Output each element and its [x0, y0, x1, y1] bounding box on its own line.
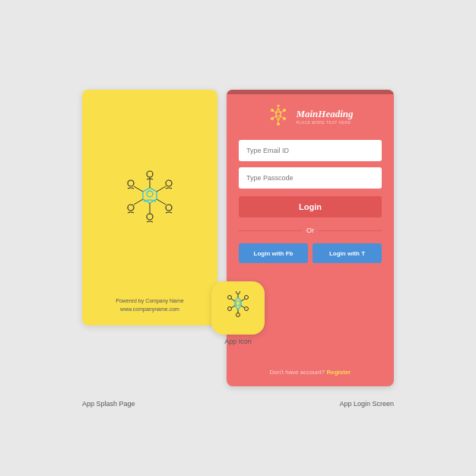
network-icon [116, 167, 184, 235]
no-account-text: Don't have account? [270, 369, 325, 376]
svg-line-20 [273, 116, 276, 118]
svg-point-22 [277, 105, 280, 106]
svg-point-41 [228, 296, 232, 300]
svg-line-6 [134, 199, 143, 205]
login-label: App Login Screen [339, 400, 394, 408]
splash-icon-area [116, 105, 184, 297]
svg-point-23 [283, 109, 286, 112]
login-fb-button[interactable]: Login with Fb [239, 243, 308, 263]
svg-point-13 [128, 180, 134, 186]
company-url: www.companyname.com [116, 305, 184, 313]
splash-page: Powered by Company Name www.companyname.… [82, 90, 217, 325]
or-divider: Or [239, 227, 382, 234]
passcode-input[interactable] [239, 167, 382, 189]
svg-point-36 [236, 291, 240, 294]
powered-by-text: Powered by Company Name [116, 297, 184, 305]
svg-point-40 [228, 307, 232, 311]
svg-point-29 [236, 301, 240, 306]
svg-point-25 [277, 122, 280, 125]
svg-point-39 [236, 313, 240, 317]
svg-line-34 [231, 306, 235, 308]
svg-line-17 [281, 111, 284, 113]
svg-line-31 [241, 299, 245, 301]
svg-point-38 [245, 307, 249, 311]
svg-point-26 [271, 117, 274, 120]
app-subtitle: PLACE MORE TEXT HERE [296, 120, 353, 125]
login-footer: Don't have account? Register [270, 361, 351, 386]
svg-point-15 [276, 112, 281, 116]
splash-footer: Powered by Company Name www.companyname.… [116, 297, 184, 313]
app-icon-label: App Icon [224, 338, 252, 345]
svg-point-37 [245, 296, 249, 300]
svg-line-4 [157, 199, 166, 205]
app-icon-wrapper: App Icon [211, 281, 265, 345]
svg-point-24 [283, 117, 286, 120]
svg-point-12 [128, 205, 134, 211]
svg-point-11 [147, 214, 153, 220]
bottom-labels: App Splash Page App Login Screen [67, 400, 409, 408]
svg-point-1 [147, 191, 153, 197]
svg-point-10 [166, 205, 172, 211]
svg-line-18 [281, 116, 284, 118]
or-line-left [239, 230, 302, 231]
app-main-heading: MainHeading [296, 108, 353, 120]
svg-line-3 [157, 186, 166, 192]
header-logo-icon [267, 105, 290, 128]
or-line-right [319, 230, 382, 231]
svg-line-21 [273, 111, 276, 113]
splash-label: App Splash Page [82, 400, 135, 408]
app-icon-network [221, 291, 255, 325]
svg-point-27 [271, 109, 274, 112]
register-link[interactable]: Register [326, 369, 351, 376]
header-text-block: MainHeading PLACE MORE TEXT HERE [296, 108, 353, 125]
or-text: Or [306, 227, 314, 234]
svg-line-35 [231, 299, 235, 301]
svg-point-8 [147, 171, 153, 177]
svg-line-32 [241, 306, 245, 308]
svg-marker-14 [276, 109, 281, 120]
svg-point-9 [166, 180, 172, 186]
login-twitter-button[interactable]: Login with T [313, 243, 382, 263]
email-input[interactable] [239, 140, 382, 161]
svg-line-7 [134, 186, 143, 192]
login-header: MainHeading PLACE MORE TEXT HERE [259, 94, 360, 132]
social-buttons: Login with Fb Login with T [239, 243, 382, 263]
app-icon [211, 281, 265, 335]
login-button[interactable]: Login [239, 196, 382, 217]
